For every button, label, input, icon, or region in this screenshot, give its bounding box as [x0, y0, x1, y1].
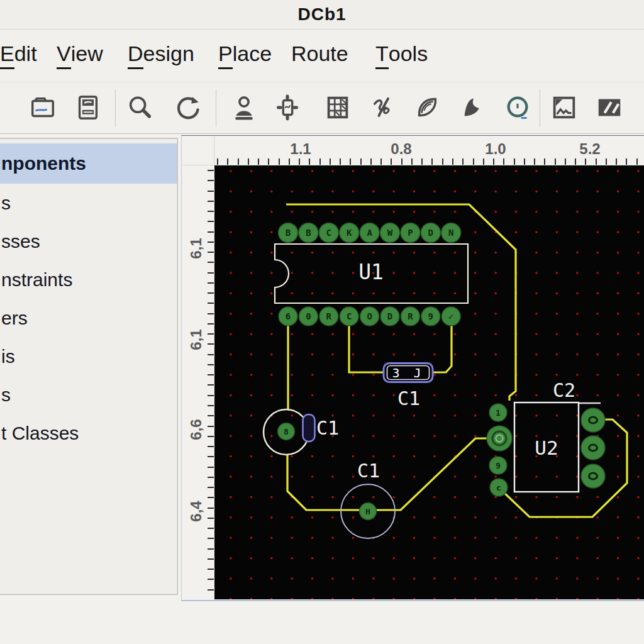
menu-mnemonic: P	[218, 42, 233, 69]
menu-mnemonic: D	[128, 42, 143, 69]
pad-label: 1	[496, 408, 501, 418]
ruler-tick	[208, 231, 214, 233]
pad-label: B	[306, 228, 311, 238]
pad-label: 9	[428, 311, 433, 321]
silkscreen-label: U1	[358, 260, 384, 284]
pad-label: A	[367, 228, 372, 238]
pad[interactable]	[581, 408, 605, 432]
ruler-tick	[544, 158, 545, 165]
menu-item-tools[interactable]: Tools	[375, 42, 428, 69]
rotate-icon	[173, 93, 202, 122]
sidebar-item[interactable]: ers	[0, 299, 177, 337]
sidebar-item[interactable]: s	[0, 184, 177, 222]
silkscreen-label: C1	[357, 460, 380, 482]
toolbar	[0, 82, 644, 134]
image-export-button[interactable]	[550, 93, 579, 122]
pad-label: 6	[286, 311, 291, 321]
menu-item-view[interactable]: View	[57, 42, 103, 69]
pad-array-icon	[323, 93, 352, 122]
silkscreen-label: C2	[553, 379, 575, 401]
pad-label: 9	[496, 461, 501, 470]
toolbar-separator	[540, 89, 540, 127]
menu-item-design[interactable]: Design	[128, 42, 194, 69]
ruler-tick	[319, 158, 321, 165]
copper-pour-button[interactable]	[459, 93, 488, 122]
pad-label: O	[367, 311, 372, 321]
ruler-label: 6,1	[187, 329, 205, 350]
silkscreen-label: C1	[316, 417, 339, 439]
sidebar-item[interactable]: s	[0, 375, 177, 414]
sidebar-item[interactable]: is	[0, 337, 177, 375]
pad[interactable]	[581, 436, 605, 460]
pad[interactable]	[581, 464, 605, 488]
ruler-tick	[350, 158, 351, 165]
ruler-tick	[208, 497, 214, 498]
ruler-label: 1.0	[485, 140, 506, 158]
save-file-button[interactable]	[74, 93, 103, 122]
ruler-tick	[309, 158, 310, 165]
ruler-tick	[208, 262, 214, 263]
menu-item-route[interactable]: Route	[291, 42, 348, 66]
ruler-tick	[473, 158, 474, 165]
ruler-tick	[208, 477, 214, 478]
menu-mnemonic: E	[0, 42, 14, 69]
move-part-icon	[273, 93, 302, 122]
ruler-tick	[208, 354, 214, 355]
ruler-tick	[208, 242, 214, 243]
move-part-button[interactable]	[273, 93, 302, 122]
pad-label: K	[347, 228, 352, 238]
ruler-tick	[616, 158, 617, 165]
ruler-tick	[391, 158, 392, 165]
open-project-button[interactable]	[0, 93, 15, 122]
ruler-tick	[208, 436, 214, 437]
route-pen-button[interactable]	[369, 93, 397, 122]
ruler-tick	[340, 158, 341, 165]
ruler-tick	[208, 558, 214, 560]
folder-open-icon	[28, 93, 57, 122]
pcb-canvas[interactable]: 3 JBBCKAWPDN60RCODR9✓8H19cU1C1C1C1C2U2	[214, 165, 644, 599]
ruler-tick	[208, 579, 214, 580]
sidebar-header-components[interactable]: nponents	[0, 143, 177, 184]
pad-label: 0	[306, 311, 311, 321]
menu-item-edit[interactable]: Edit	[0, 42, 37, 69]
menu-bar: EditViewDesignPlaceRouteTools	[0, 30, 644, 82]
sidebar-panel: nponents sssesnstraintsersisst Classes	[0, 138, 178, 595]
ruler-tick	[575, 158, 576, 165]
sidebar-item[interactable]: nstraints	[0, 260, 177, 299]
ruler-tick	[411, 158, 413, 165]
pad-label: C	[347, 311, 352, 321]
menu-item-place[interactable]: Place	[218, 42, 272, 69]
sidebar-item[interactable]: t Classes	[0, 414, 177, 452]
ruler-tick	[503, 158, 504, 165]
folder-open-button[interactable]	[28, 93, 57, 122]
sidebar-item[interactable]: sses	[0, 222, 177, 260]
zoom-search-button[interactable]	[125, 93, 154, 122]
toolbar-separator	[115, 89, 116, 127]
ruler-tick	[248, 158, 249, 165]
ruler-tick	[208, 292, 214, 294]
contrast-mode-button[interactable]	[595, 93, 624, 122]
ruler-tick	[208, 487, 214, 488]
horizontal-ruler: 1.10.81.05.2	[214, 136, 644, 165]
ruler-tick	[565, 158, 566, 165]
rotate-button[interactable]	[173, 93, 202, 122]
ruler-tick	[208, 272, 214, 274]
pad-array-button[interactable]	[323, 93, 352, 122]
pad[interactable]	[487, 426, 512, 451]
ruler-tick	[208, 548, 214, 550]
layers-leaf-button[interactable]	[413, 93, 441, 122]
ruler-tick	[258, 158, 259, 165]
drc-check-icon	[503, 93, 532, 122]
ruler-tick	[401, 158, 402, 165]
toolbar-separator	[216, 89, 216, 127]
ruler-tick	[208, 405, 214, 406]
drc-check-button[interactable]	[503, 93, 532, 122]
ruler-tick	[208, 589, 214, 591]
pad-label: R	[408, 311, 413, 321]
place-component-button[interactable]	[230, 93, 258, 122]
ruler-tick	[431, 158, 433, 165]
ruler-tick	[289, 158, 290, 165]
ruler-tick	[606, 158, 607, 165]
ruler-tick	[208, 426, 214, 427]
ruler-tick	[208, 170, 214, 171]
